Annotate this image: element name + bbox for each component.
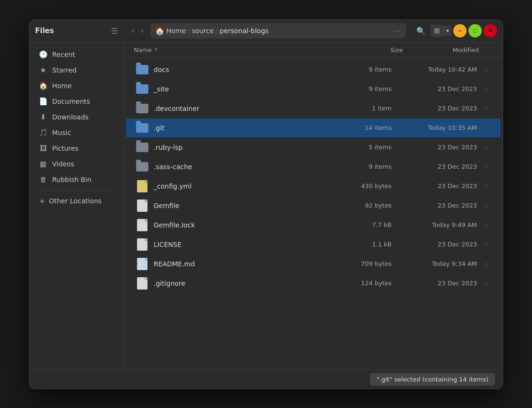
search-button[interactable]: 🔍 — [413, 25, 429, 37]
sidebar-item-recent[interactable]: 🕐 Recent — [32, 47, 121, 62]
star-button[interactable]: ☆ — [482, 280, 491, 287]
home-icon: 🏠 — [155, 27, 165, 36]
pictures-icon: 🖼 — [39, 144, 47, 153]
doc-file-icon — [137, 238, 147, 251]
file-size: 709 bytes — [349, 260, 401, 267]
maximize-button[interactable]: □ — [468, 24, 482, 37]
file-icon-wrap — [136, 160, 149, 173]
status-bar: ".git" selected (containing 14 items) — [29, 370, 503, 389]
star-button[interactable]: ☆ — [482, 85, 491, 93]
close-button[interactable]: ✕ — [484, 24, 497, 37]
file-modified: Today 9:34 AM — [401, 260, 482, 267]
file-list-header: Name ↑ Size Modified — [124, 43, 503, 58]
sidebar-item-videos[interactable]: ▦ Videos — [32, 156, 121, 172]
file-modified: 23 Dec 2023 — [401, 280, 482, 287]
file-size: 14 items — [349, 124, 401, 131]
sidebar-item-rubbish[interactable]: 🗑 Rubbish Bin — [32, 172, 121, 187]
file-name: .git — [154, 124, 349, 132]
file-icon-wrap — [136, 180, 149, 193]
table-row[interactable]: .ruby-lsp 5 items 23 Dec 2023 ☆ — [126, 138, 501, 157]
star-button[interactable]: ☆ — [482, 105, 491, 112]
minimize-button[interactable]: − — [453, 24, 467, 37]
file-name: .ruby-lsp — [154, 144, 349, 151]
grid-view-button[interactable]: ⊞ — [431, 25, 443, 37]
file-modified: 23 Dec 2023 — [401, 202, 482, 209]
table-row[interactable]: .gitignore 124 bytes 23 Dec 2023 ☆ — [126, 274, 501, 293]
breadcrumb-source[interactable]: source — [192, 27, 214, 35]
sidebar-item-pictures[interactable]: 🖼 Pictures — [32, 141, 121, 156]
file-name: _config.yml — [154, 182, 349, 190]
folder-icon — [136, 143, 148, 152]
sidebar-item-music[interactable]: 🎵 Music — [32, 125, 121, 140]
app-title: Files — [35, 27, 54, 35]
star-button[interactable]: ☆ — [482, 260, 491, 268]
table-row[interactable]: Gemfile 92 bytes 23 Dec 2023 ☆ — [126, 196, 501, 215]
home-icon: 🏠 — [39, 82, 47, 90]
file-size: 124 bytes — [349, 280, 401, 287]
star-button[interactable]: ☆ — [482, 221, 491, 229]
table-row[interactable]: Gemfile.lock 7.7 kB Today 9:49 AM ☆ — [126, 216, 501, 235]
star-button[interactable]: ☆ — [482, 202, 491, 209]
star-button[interactable]: ☆ — [482, 144, 491, 151]
file-list: docs 9 items Today 10:42 AM ☆ _site 9 it… — [124, 58, 503, 370]
folder-icon — [136, 84, 148, 94]
sidebar-label-videos: Videos — [52, 160, 74, 168]
file-modified: Today 10:35 AM — [401, 124, 482, 131]
file-modified: 23 Dec 2023 — [401, 144, 482, 151]
file-name: README.md — [154, 260, 349, 268]
sidebar-item-other-locations[interactable]: + Other Locations — [32, 193, 121, 209]
file-icon-wrap — [136, 218, 149, 232]
starred-icon: ★ — [39, 66, 47, 74]
file-modified: 23 Dec 2023 — [401, 85, 482, 92]
breadcrumb-home[interactable]: Home — [166, 27, 186, 35]
file-size: 9 items — [349, 163, 401, 170]
back-button[interactable]: ‹ — [129, 25, 137, 37]
file-name: Gemfile.lock — [154, 221, 349, 229]
downloads-icon: ⬇ — [39, 113, 47, 121]
plus-icon: + — [39, 197, 45, 206]
file-modified: 23 Dec 2023 — [401, 105, 482, 112]
sort-icon: ↑ — [154, 47, 157, 53]
column-modified[interactable]: Modified — [413, 46, 493, 54]
table-row[interactable]: _site 9 items 23 Dec 2023 ☆ — [126, 80, 501, 99]
forward-button[interactable]: › — [138, 25, 146, 37]
breadcrumb-current[interactable]: personal-blogs — [220, 27, 268, 35]
view-dropdown-button[interactable]: ▾ — [443, 26, 451, 36]
hamburger-menu-button[interactable]: ☰ — [108, 25, 120, 37]
breadcrumb-menu-button[interactable]: ⋯ — [394, 27, 401, 36]
table-row[interactable]: _config.yml 430 bytes 23 Dec 2023 ☆ — [126, 177, 501, 196]
column-name[interactable]: Name ↑ — [134, 46, 360, 54]
breadcrumb-sep1: / — [188, 27, 190, 35]
file-area: Name ↑ Size Modified docs 9 items Today … — [124, 43, 503, 370]
file-modified: Today 9:49 AM — [401, 221, 482, 228]
sidebar-item-documents[interactable]: 📄 Documents — [32, 94, 121, 109]
table-row[interactable]: .sass-cache 9 items 23 Dec 2023 ☆ — [126, 157, 501, 176]
table-row[interactable]: LICENSE 1.1 kB 23 Dec 2023 ☆ — [126, 235, 501, 254]
file-icon-wrap — [136, 141, 149, 154]
file-size: 9 items — [349, 85, 401, 92]
file-icon-wrap — [136, 82, 149, 96]
sidebar-item-downloads[interactable]: ⬇ Downloads — [32, 109, 121, 125]
sidebar-item-starred[interactable]: ★ Starred — [32, 63, 121, 78]
star-button[interactable]: ☆ — [482, 182, 491, 190]
sidebar-item-home[interactable]: 🏠 Home — [32, 78, 121, 93]
table-row[interactable]: README.md 709 bytes Today 9:34 AM ☆ — [126, 254, 501, 273]
star-button[interactable]: ☆ — [482, 124, 491, 132]
file-size: 7.7 kB — [349, 221, 401, 228]
file-modified: 23 Dec 2023 — [401, 163, 482, 170]
table-row[interactable]: docs 9 items Today 10:42 AM ☆ — [126, 60, 501, 79]
star-button[interactable]: ☆ — [482, 163, 491, 171]
column-size[interactable]: Size — [360, 46, 413, 54]
file-size: 5 items — [349, 144, 401, 151]
table-row[interactable]: .devcontainer 1 item 23 Dec 2023 ☆ — [126, 99, 501, 118]
toolbar-right: 🔍 ⊞ ▾ − □ ✕ — [413, 24, 497, 37]
folder-icon — [136, 123, 148, 133]
star-button[interactable]: ☆ — [482, 241, 491, 248]
titlebar: Files ☰ ‹ › 🏠 Home / source / personal-b… — [29, 20, 503, 43]
file-icon-wrap — [136, 63, 149, 76]
modified-col-label: Modified — [453, 46, 479, 54]
file-icon-wrap — [136, 102, 149, 115]
table-row[interactable]: .git 14 items Today 10:35 AM ☆ — [126, 118, 501, 137]
star-button[interactable]: ☆ — [482, 66, 491, 73]
file-size: 1.1 kB — [349, 241, 401, 248]
